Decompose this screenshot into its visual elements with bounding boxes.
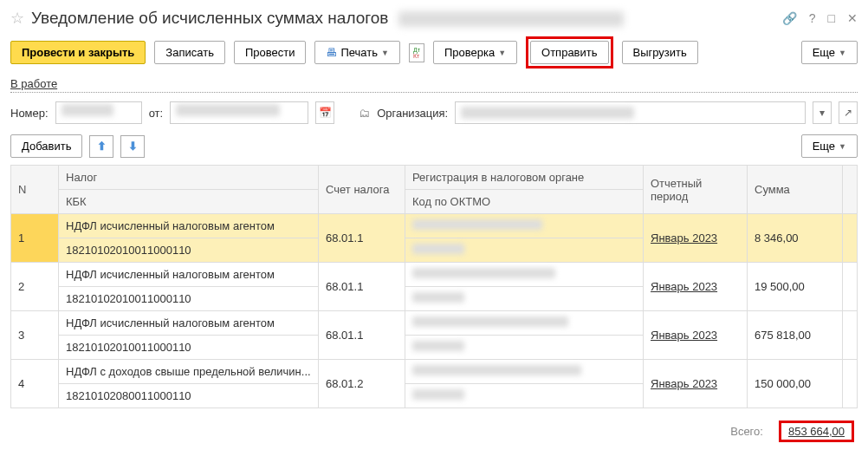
cell-oktmo[interactable] — [405, 384, 644, 408]
title-label: Уведомление об исчисленных суммах налого… — [31, 9, 388, 27]
cell-period[interactable]: Январь 2023 — [644, 214, 748, 263]
table-actions: Добавить ⬆ ⬇ Еще ▼ — [10, 134, 858, 158]
cell-extra — [843, 263, 858, 311]
cell-reg[interactable] — [405, 311, 644, 336]
organization-input[interactable] — [455, 101, 806, 124]
status-line: В работе — [10, 77, 858, 93]
cell-n[interactable]: 4 — [11, 360, 59, 408]
col-tax[interactable]: Налог — [59, 166, 319, 190]
post-and-close-button[interactable]: Провести и закрыть — [10, 41, 146, 64]
cell-account[interactable]: 68.01.2 — [319, 360, 405, 408]
more-button[interactable]: Еще ▼ — [801, 41, 858, 64]
help-icon[interactable]: ? — [809, 11, 816, 25]
chevron-down-icon: ▼ — [498, 49, 506, 57]
cell-sum[interactable]: 19 500,00 — [748, 263, 843, 311]
cell-n[interactable]: 3 — [11, 311, 59, 360]
number-input[interactable] — [55, 101, 142, 124]
send-highlight: Отправить — [526, 36, 612, 68]
save-button[interactable]: Записать — [154, 41, 225, 64]
col-reg[interactable]: Регистрация в налоговом органе — [405, 166, 644, 190]
cell-oktmo[interactable] — [405, 336, 644, 360]
send-button[interactable]: Отправить — [530, 41, 608, 64]
table-row[interactable]: 2НДФЛ исчисленный налоговым агентом68.01… — [11, 263, 858, 287]
move-down-button[interactable]: ⬇ — [120, 135, 145, 158]
title-blurred — [398, 11, 624, 27]
page-title: Уведомление об исчисленных суммах налого… — [31, 9, 782, 28]
post-button[interactable]: Провести — [234, 41, 307, 64]
date-input[interactable] — [170, 101, 308, 124]
total-value[interactable]: 853 664,00 — [779, 421, 854, 442]
table-row[interactable]: 3НДФЛ исчисленный налоговым агентом68.01… — [11, 311, 858, 336]
status-link[interactable]: В работе — [10, 77, 57, 90]
cell-sum[interactable]: 150 000,00 — [748, 360, 843, 408]
table-row[interactable]: 4НДФЛ с доходов свыше предельной величин… — [11, 360, 858, 384]
cell-extra — [843, 360, 858, 408]
link-icon[interactable]: 🔗 — [782, 11, 797, 25]
more-label2: Еще — [813, 140, 835, 153]
check-button[interactable]: Проверка ▼ — [433, 41, 517, 64]
cell-oktmo[interactable] — [405, 287, 644, 311]
col-extra — [843, 166, 858, 214]
more-label: Еще — [813, 46, 835, 59]
title-bar: ☆ Уведомление об исчисленных суммах нало… — [10, 9, 858, 28]
cell-reg[interactable] — [405, 263, 644, 287]
cell-oktmo[interactable] — [405, 238, 644, 263]
number-label: Номер: — [10, 107, 49, 120]
from-label: от: — [149, 107, 164, 120]
check-label: Проверка — [444, 46, 495, 59]
col-account[interactable]: Счет налога — [319, 166, 405, 214]
close-icon[interactable]: ✕ — [847, 11, 858, 25]
add-button[interactable]: Добавить — [10, 134, 82, 158]
dtkt-icon[interactable]: ДтКт — [409, 43, 424, 62]
cell-tax[interactable]: НДФЛ с доходов свыше предельной величин.… — [59, 360, 319, 384]
export-button[interactable]: Выгрузить — [622, 41, 698, 64]
fields-row: Номер: от: 📅 🗂 Организация: ▾ ↗ — [10, 101, 858, 124]
chevron-down-icon: ▼ — [839, 142, 846, 151]
cell-reg[interactable] — [405, 214, 644, 238]
cell-period[interactable]: Январь 2023 — [644, 263, 748, 311]
cell-tax[interactable]: НДФЛ исчисленный налоговым агентом — [59, 214, 319, 238]
col-oktmo[interactable]: Код по ОКТМО — [405, 190, 644, 214]
cell-tax[interactable]: НДФЛ исчисленный налоговым агентом — [59, 263, 319, 287]
cell-sum[interactable]: 675 818,00 — [748, 311, 843, 360]
cell-account[interactable]: 68.01.1 — [319, 214, 405, 263]
footer: Всего: 853 664,00 — [10, 415, 858, 447]
total-label: Всего: — [730, 425, 763, 438]
main-toolbar: Провести и закрыть Записать Провести 🖶 П… — [10, 36, 858, 68]
cell-sum[interactable]: 8 346,00 — [748, 214, 843, 263]
cell-extra — [843, 311, 858, 360]
calendar-icon[interactable]: 📅 — [315, 101, 334, 124]
col-kbk[interactable]: КБК — [59, 190, 319, 214]
cell-n[interactable]: 2 — [11, 263, 59, 311]
cell-kbk[interactable]: 18210102010011000110 — [59, 238, 319, 263]
cell-period[interactable]: Январь 2023 — [644, 311, 748, 360]
table-more-button[interactable]: Еще ▼ — [801, 134, 858, 158]
col-n[interactable]: N — [11, 166, 59, 214]
cell-reg[interactable] — [405, 360, 644, 384]
tax-table: N Налог Счет налога Регистрация в налого… — [10, 165, 858, 408]
cell-kbk[interactable]: 18210102010011000110 — [59, 287, 319, 311]
print-label: Печать — [340, 46, 378, 59]
cell-n[interactable]: 1 — [11, 214, 59, 263]
col-sum[interactable]: Сумма — [748, 166, 843, 214]
cell-kbk[interactable]: 18210102080011000110 — [59, 384, 319, 408]
print-button[interactable]: 🖶 Печать ▼ — [314, 41, 400, 64]
favorite-star-icon[interactable]: ☆ — [10, 9, 24, 28]
printer-icon: 🖶 — [326, 46, 337, 59]
cell-extra — [843, 214, 858, 263]
cell-period[interactable]: Январь 2023 — [644, 360, 748, 408]
org-open-button[interactable]: ↗ — [839, 101, 858, 124]
window-options-icon[interactable]: □ — [828, 11, 835, 25]
col-period[interactable]: Отчетный период — [644, 166, 748, 214]
chevron-down-icon: ▼ — [381, 49, 389, 57]
table-row[interactable]: 1НДФЛ исчисленный налоговым агентом68.01… — [11, 214, 858, 238]
cell-kbk[interactable]: 18210102010011000110 — [59, 336, 319, 360]
cell-account[interactable]: 68.01.1 — [319, 311, 405, 360]
org-icon: 🗂 — [359, 107, 370, 120]
cell-tax[interactable]: НДФЛ исчисленный налоговым агентом — [59, 311, 319, 336]
cell-account[interactable]: 68.01.1 — [319, 263, 405, 311]
move-up-button[interactable]: ⬆ — [89, 135, 113, 158]
org-dropdown-button[interactable]: ▾ — [813, 101, 832, 124]
chevron-down-icon: ▼ — [839, 49, 846, 57]
org-label: Организация: — [377, 107, 448, 120]
